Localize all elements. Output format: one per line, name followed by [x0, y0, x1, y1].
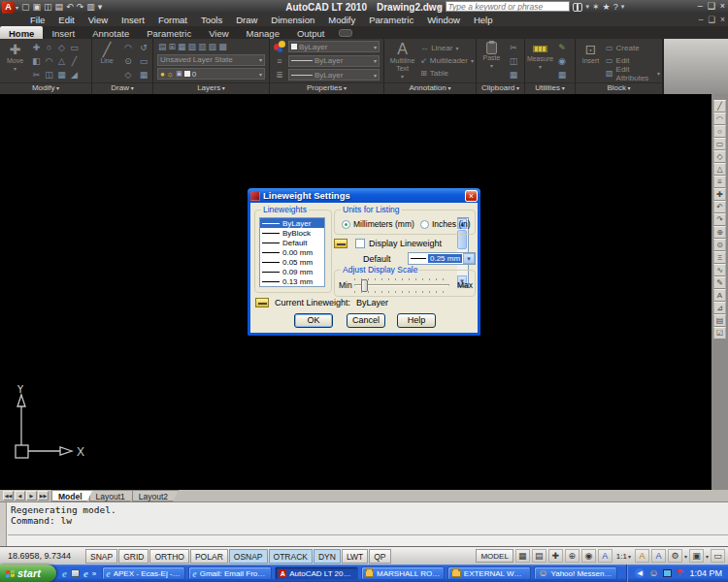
status-toggle-button[interactable]: LWT: [342, 549, 368, 564]
browser-icon[interactable]: e: [83, 568, 88, 579]
draw-tool-icon[interactable]: ◠: [121, 41, 135, 54]
panel-title-layers[interactable]: Layers: [153, 82, 269, 93]
modify-tool-icon[interactable]: ◠: [43, 54, 55, 68]
modify-tool-icon[interactable]: ○: [43, 41, 55, 54]
multiline-text-button[interactable]: A Multiline Text▾: [386, 40, 418, 81]
table-button[interactable]: ⊞ Table: [420, 67, 474, 80]
menu-item[interactable]: Dimension: [264, 14, 321, 26]
quick-select-icon[interactable]: ✎: [555, 41, 569, 54]
internet-explorer-icon[interactable]: e: [62, 568, 67, 579]
menu-item[interactable]: Window: [420, 14, 467, 26]
quick-launch-more-icon[interactable]: »: [92, 569, 96, 578]
ribbon-tab[interactable]: Output: [288, 26, 334, 39]
antivirus-tray-icon[interactable]: ☂: [676, 568, 684, 578]
ribbon-tab[interactable]: View: [200, 26, 237, 39]
layer-state-dropdown[interactable]: Unsaved Layer State▾: [157, 54, 265, 66]
inches-radio[interactable]: Inches (in): [420, 219, 471, 229]
doc-restore-button[interactable]: ❑: [708, 15, 715, 24]
network-tray-icon[interactable]: [663, 569, 672, 577]
insert-block-button[interactable]: ⊡ Insert: [578, 40, 604, 81]
color-dropdown[interactable]: ByLayer ▾: [288, 41, 380, 52]
draw-tool-icon[interactable]: ↺: [137, 41, 150, 54]
ribbon-minimize-button[interactable]: [339, 29, 352, 37]
prev-tab-icon[interactable]: ◀: [15, 491, 25, 501]
status-toggle-button[interactable]: GRID: [118, 549, 149, 564]
edit-attributes-button[interactable]: ▧ Edit Attributes▾: [606, 67, 660, 80]
command-window-grip[interactable]: [0, 502, 7, 546]
modify-tool-icon[interactable]: ◫: [43, 68, 55, 81]
doc-close-button[interactable]: ×: [720, 15, 725, 24]
status-toggle-button[interactable]: OTRACK: [269, 549, 313, 564]
show-desktop-icon[interactable]: [71, 569, 80, 577]
menu-item[interactable]: Edit: [51, 14, 81, 26]
help-button[interactable]: Help: [397, 313, 436, 328]
default-lineweight-combo[interactable]: 0.25 mm ▼: [408, 252, 476, 265]
status-toggle-button[interactable]: POLAR: [190, 549, 228, 564]
taskbar-button-apex[interactable]: e APEX - Ecas-Ej - Wi...: [102, 566, 185, 580]
dialog-title-bar[interactable]: Lineweight Settings ×: [248, 188, 480, 203]
layer-tool-icon[interactable]: ⊞: [169, 42, 177, 51]
cancel-button[interactable]: Cancel: [347, 313, 385, 328]
layer-dropdown[interactable]: ● ☼ ▣ 0 ▾: [157, 68, 265, 80]
autocad-logo-icon[interactable]: A: [2, 1, 15, 14]
toolbar-tool-icon[interactable]: ▭: [713, 138, 726, 150]
taskbar-button-gmail[interactable]: e Gmail: Email From G...: [188, 566, 272, 580]
menu-item[interactable]: View: [82, 14, 115, 26]
app-menu-arrow-icon[interactable]: ▾: [16, 4, 18, 11]
toolbar-tool-icon[interactable]: ╱: [713, 100, 726, 113]
layer-tool-icon[interactable]: ▧: [188, 42, 197, 51]
qat-tool-icon[interactable]: ▥: [86, 1, 95, 13]
search-dropdown-arrow[interactable]: ▾: [586, 3, 590, 11]
toolbar-tool-icon[interactable]: ↶: [713, 201, 726, 213]
linear-dimension-button[interactable]: ↔ Linear▾: [420, 42, 474, 54]
quick-calc-icon[interactable]: ◉: [555, 54, 569, 68]
dialog-close-button[interactable]: ×: [465, 190, 478, 202]
ribbon-tab[interactable]: Annotate: [83, 26, 138, 39]
lineweight-list-item[interactable]: 0.00 mm: [260, 247, 324, 257]
panel-title-utilities[interactable]: Utilities: [525, 82, 575, 93]
workspace-dropdown-arrow[interactable]: ▾: [684, 553, 687, 560]
modify-tool-icon[interactable]: ✚: [30, 41, 43, 54]
layer-tool-icon[interactable]: ▦: [178, 42, 186, 51]
autoscale-icon[interactable]: A: [651, 549, 666, 563]
ok-button[interactable]: OK: [294, 313, 333, 328]
qat-tool-icon[interactable]: ↶: [66, 1, 74, 13]
minimize-button[interactable]: –: [698, 1, 703, 12]
status-toggle-button[interactable]: DYN: [314, 549, 341, 564]
tab-layout1[interactable]: Layout1: [89, 490, 136, 501]
menu-item[interactable]: Tools: [194, 14, 229, 26]
toolbar-tool-icon[interactable]: ☑: [713, 327, 726, 340]
zoom-icon[interactable]: ⊕: [565, 549, 579, 563]
panel-title-modify[interactable]: Modify: [0, 82, 91, 93]
qat-tool-icon[interactable]: ▢: [21, 1, 30, 13]
pan-icon[interactable]: ✚: [548, 549, 563, 563]
communication-center-icon[interactable]: ✶: [592, 2, 600, 12]
ribbon-tab[interactable]: Parametric: [138, 26, 200, 39]
layer-tool-icon[interactable]: ▤: [158, 42, 167, 51]
toolbar-tool-icon[interactable]: ∿: [713, 264, 726, 276]
millimeters-radio[interactable]: Millimeters (mm): [342, 219, 414, 229]
toolbar-tool-icon[interactable]: ✚: [713, 188, 726, 201]
panel-title-block[interactable]: Block: [576, 82, 662, 93]
workspace-gear-icon[interactable]: ⚙: [668, 549, 682, 563]
toolbar-tool-icon[interactable]: A: [713, 289, 726, 302]
panel-title-clipboard[interactable]: Clipboard: [477, 82, 524, 93]
draw-tool-icon[interactable]: ⊙: [121, 54, 135, 68]
cut-icon[interactable]: ✂: [507, 41, 520, 54]
close-button[interactable]: ×: [720, 1, 725, 12]
toolbar-tool-icon[interactable]: ◇: [713, 150, 726, 163]
annotation-visibility-icon[interactable]: A: [635, 549, 649, 563]
search-input[interactable]: [446, 1, 570, 12]
menu-item[interactable]: Parametric: [362, 14, 420, 26]
modify-tool-icon[interactable]: ✂: [30, 68, 43, 81]
layer-tool-icon[interactable]: ▨: [209, 42, 217, 51]
qat-tool-icon[interactable]: ▤: [55, 1, 64, 13]
toolbar-tool-icon[interactable]: Ξ: [713, 251, 726, 264]
qat-tool-icon[interactable]: ▾: [98, 1, 103, 13]
panel-title-draw[interactable]: Draw: [92, 82, 152, 93]
toolbar-tool-icon[interactable]: ▤: [713, 314, 726, 327]
paste-special-icon[interactable]: ▦: [507, 68, 520, 81]
ribbon-tab[interactable]: Manage: [238, 26, 288, 39]
menu-item[interactable]: Help: [467, 14, 500, 26]
last-tab-icon[interactable]: ▶▶: [38, 491, 49, 501]
